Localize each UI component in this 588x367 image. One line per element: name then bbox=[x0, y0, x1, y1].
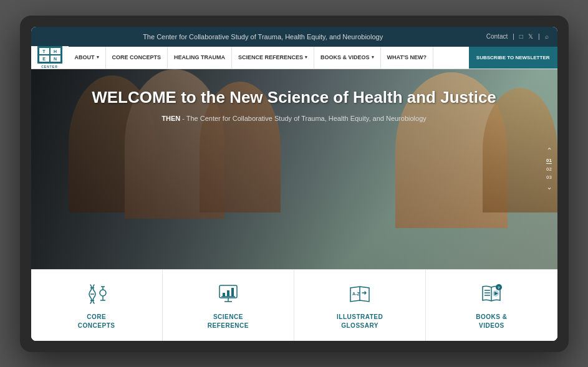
card-illustrated-glossary-label: ILLUSTRATEDGLOSSARY bbox=[337, 313, 383, 330]
nav-bar: TH EN CENTER ABOUT ▾ CORE CONCEPTS HEALI… bbox=[31, 47, 557, 69]
side-nav-down[interactable]: ⌄ bbox=[546, 183, 552, 191]
side-nav-up[interactable]: ⌃ bbox=[546, 146, 552, 155]
book-open-icon: ? bbox=[478, 280, 505, 308]
svg-rect-13 bbox=[231, 288, 234, 297]
nav-whats-new[interactable]: WHAT'S NEW? bbox=[381, 47, 433, 69]
card-science-reference[interactable]: SCIENCEREFERENCE bbox=[163, 270, 294, 341]
cards-section: CORECONCEPTS bbox=[31, 269, 557, 341]
nav-science-refs[interactable]: SCIENCE REFERENCES ▾ bbox=[232, 47, 314, 69]
svg-text:A-Z: A-Z bbox=[352, 292, 360, 296]
svg-rect-12 bbox=[227, 290, 229, 297]
hero-subtitle-text: - The Center for Collaborative Study of … bbox=[182, 115, 427, 122]
az-book-icon: A-Z bbox=[346, 280, 374, 308]
side-nav-3[interactable]: 03 bbox=[546, 174, 552, 180]
dna-microscope-icon bbox=[83, 280, 110, 308]
card-books-videos-label: BOOKS &VIDEOS bbox=[476, 313, 507, 330]
twitter-icon[interactable]: 𝕏 bbox=[528, 33, 533, 40]
divider: | bbox=[513, 33, 514, 40]
svg-text:?: ? bbox=[498, 286, 500, 290]
card-core-concepts[interactable]: CORECONCEPTS bbox=[31, 270, 163, 341]
card-core-concepts-label: CORECONCEPTS bbox=[78, 313, 115, 330]
books-arrow: ▾ bbox=[372, 55, 374, 60]
svg-rect-11 bbox=[223, 293, 225, 297]
card-science-reference-label: SCIENCEREFERENCE bbox=[208, 313, 249, 330]
side-nav-1[interactable]: 01 bbox=[546, 158, 552, 164]
nav-items: ABOUT ▾ CORE CONCEPTS HEALING TRAUMA SCI… bbox=[69, 47, 557, 69]
hero-content: WELCOME to the New Science of Health and… bbox=[31, 88, 557, 124]
nav-core-concepts[interactable]: CORE CONCEPTS bbox=[106, 47, 168, 69]
hero-title: WELCOME to the New Science of Health and… bbox=[31, 88, 557, 107]
nav-about[interactable]: ABOUT ▾ bbox=[69, 47, 106, 69]
hero-subtitle: THEN - The Center for Collaborative Stud… bbox=[31, 113, 557, 124]
top-bar: The Center for Collaborative Study of Tr… bbox=[31, 27, 557, 47]
search-icon[interactable]: ⌕ bbox=[545, 33, 549, 40]
card-illustrated-glossary[interactable]: A-Z ILLUSTRATEDGLOSSARY bbox=[294, 270, 426, 341]
side-nav: ⌃ 01 02 03 ⌄ bbox=[546, 146, 552, 191]
nav-healing-trauma[interactable]: HEALING TRAUMA bbox=[168, 47, 232, 69]
hero-brand: THEN bbox=[161, 115, 180, 122]
card-books-videos[interactable]: ? BOOKS &VIDEOS bbox=[426, 270, 557, 341]
logo-sub: CENTER bbox=[41, 65, 58, 69]
about-arrow: ▾ bbox=[97, 55, 99, 60]
subscribe-button[interactable]: SUBSCRIBE TO NEWSLETTER bbox=[469, 47, 557, 69]
contact-link[interactable]: Contact bbox=[486, 33, 508, 40]
side-nav-2[interactable]: 02 bbox=[546, 166, 552, 172]
instagram-icon[interactable]: □ bbox=[519, 33, 523, 40]
device-frame: The Center for Collaborative Study of Tr… bbox=[20, 16, 569, 352]
divider2: | bbox=[538, 33, 540, 40]
logo-box[interactable]: TH EN CENTER bbox=[31, 46, 69, 69]
site-title: The Center for Collaborative Study of Tr… bbox=[40, 33, 486, 41]
top-bar-icons: Contact | □ 𝕏 | ⌕ bbox=[486, 33, 549, 40]
browser-window: The Center for Collaborative Study of Tr… bbox=[31, 27, 557, 341]
hero-section: WELCOME to the New Science of Health and… bbox=[31, 69, 557, 269]
science-arrow: ▾ bbox=[305, 55, 307, 60]
nav-books-videos[interactable]: BOOKS & VIDEOS ▾ bbox=[314, 47, 381, 69]
computer-data-icon bbox=[214, 280, 242, 308]
svg-point-3 bbox=[100, 290, 106, 296]
logo-grid: TH EN bbox=[37, 46, 62, 64]
